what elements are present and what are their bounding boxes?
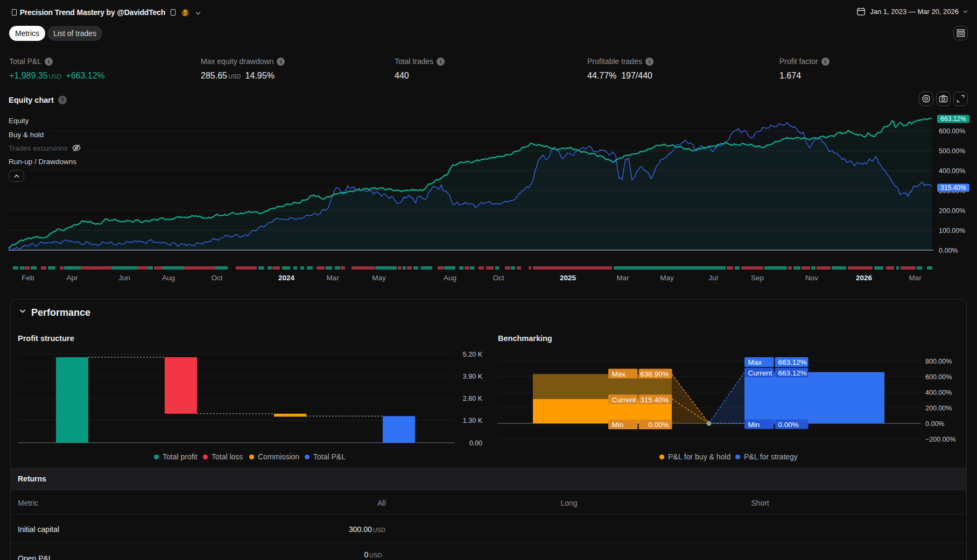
- svg-text:2.60 K: 2.60 K: [463, 395, 483, 402]
- svg-text:0.00%: 0.00%: [778, 421, 799, 429]
- svg-text:Max: Max: [748, 358, 762, 366]
- svg-text:−200.00%: −200.00%: [925, 436, 956, 443]
- svg-text:638.90%: 638.90%: [640, 370, 669, 378]
- svg-text:663.12%: 663.12%: [778, 358, 807, 366]
- svg-text:400.00%: 400.00%: [925, 389, 952, 396]
- svg-text:3.90 K: 3.90 K: [463, 373, 483, 380]
- svg-text:Current: Current: [612, 396, 636, 404]
- svg-text:0.00: 0.00: [469, 440, 482, 447]
- svg-text:0.00%: 0.00%: [925, 420, 944, 428]
- svg-text:600.00%: 600.00%: [925, 373, 952, 381]
- svg-text:Min: Min: [612, 421, 624, 429]
- svg-text:Current: Current: [748, 369, 772, 377]
- svg-text:315.40%: 315.40%: [640, 396, 669, 404]
- svg-text:5.20 K: 5.20 K: [463, 351, 483, 358]
- svg-text:800.00%: 800.00%: [925, 358, 952, 365]
- svg-text:1.30 K: 1.30 K: [463, 417, 483, 424]
- svg-text:200.00%: 200.00%: [925, 405, 952, 412]
- svg-text:0.00%: 0.00%: [648, 421, 669, 429]
- svg-text:663.12%: 663.12%: [778, 369, 807, 377]
- svg-text:Min: Min: [748, 421, 760, 429]
- svg-text:Max: Max: [612, 370, 626, 378]
